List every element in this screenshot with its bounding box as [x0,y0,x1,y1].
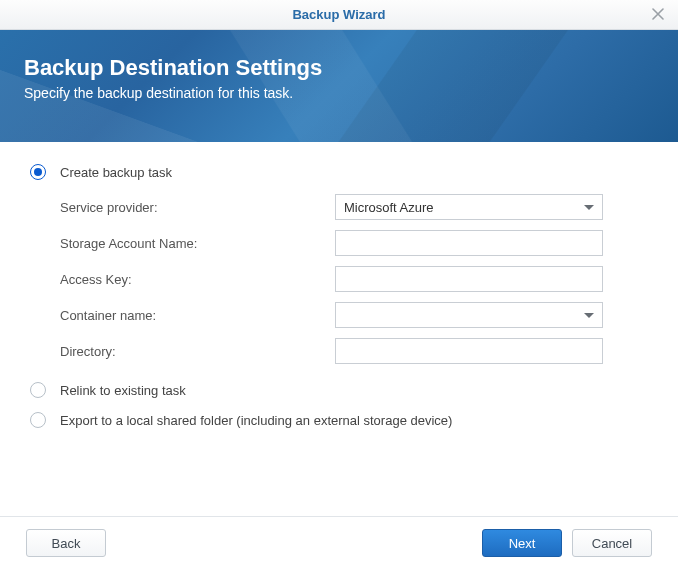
option-relink[interactable]: Relink to existing task [30,382,648,398]
chevron-down-icon [584,313,594,318]
access-key-input[interactable] [335,266,603,292]
create-backup-fields: Service provider: Microsoft Azure Storag… [60,194,648,364]
field-label: Directory: [60,344,335,359]
radio-icon[interactable] [30,382,46,398]
field-directory: Directory: [60,338,648,364]
option-label: Create backup task [60,165,172,180]
option-export[interactable]: Export to a local shared folder (includi… [30,412,648,428]
option-label: Export to a local shared folder (includi… [60,413,452,428]
cancel-button[interactable]: Cancel [572,529,652,557]
option-create-backup[interactable]: Create backup task [30,164,648,180]
page-subtitle: Specify the backup destination for this … [24,85,654,101]
storage-account-input[interactable] [335,230,603,256]
page-title: Backup Destination Settings [24,55,654,81]
titlebar: Backup Wizard [0,0,678,30]
directory-input[interactable] [335,338,603,364]
window-title: Backup Wizard [292,7,385,22]
field-label: Access Key: [60,272,335,287]
field-service-provider: Service provider: Microsoft Azure [60,194,648,220]
radio-icon[interactable] [30,164,46,180]
chevron-down-icon [584,205,594,210]
next-button[interactable]: Next [482,529,562,557]
field-label: Storage Account Name: [60,236,335,251]
field-access-key: Access Key: [60,266,648,292]
field-label: Service provider: [60,200,335,215]
wizard-footer: Back Next Cancel [0,516,678,571]
wizard-body: Create backup task Service provider: Mic… [0,142,678,428]
field-label: Container name: [60,308,335,323]
field-storage-account: Storage Account Name: [60,230,648,256]
wizard-header: Backup Destination Settings Specify the … [0,30,678,142]
close-icon[interactable] [648,4,668,24]
field-container-name: Container name: [60,302,648,328]
back-button[interactable]: Back [26,529,106,557]
radio-icon[interactable] [30,412,46,428]
select-value: Microsoft Azure [344,200,434,215]
option-label: Relink to existing task [60,383,186,398]
service-provider-select[interactable]: Microsoft Azure [335,194,603,220]
container-name-select[interactable] [335,302,603,328]
